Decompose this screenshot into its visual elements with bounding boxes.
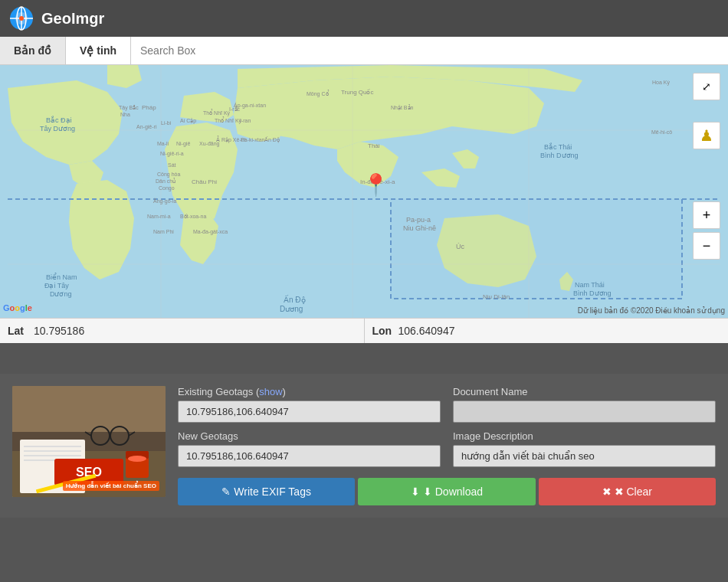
- show-link[interactable]: show: [259, 386, 282, 397]
- svg-text:Google: Google: [3, 303, 32, 312]
- lat-group: Lat: [0, 319, 365, 343]
- download-label: ⬇ Download: [423, 486, 483, 498]
- svg-text:Thổ Nhĩ Kỳ: Thổ Nhĩ Kỳ: [203, 109, 231, 116]
- svg-text:Bắc Thái: Bắc Thái: [544, 142, 572, 151]
- svg-text:Công hòa: Công hòa: [157, 172, 180, 178]
- svg-text:Pháp: Pháp: [142, 104, 156, 111]
- svg-text:I-ran: I-ran: [240, 118, 251, 123]
- svg-text:Ma-đa-gát-xca: Ma-đa-gát-xca: [193, 229, 228, 235]
- svg-text:Bắc Đại: Bắc Đại: [46, 116, 72, 124]
- new-geotags-group: New Geotags: [178, 430, 441, 467]
- clear-label: ✖ Clear: [615, 486, 652, 498]
- image-desc-input[interactable]: [453, 445, 716, 467]
- svg-text:Trung Quốc: Trung Quốc: [341, 89, 374, 96]
- svg-text:Dương: Dương: [50, 290, 72, 298]
- zoom-in-button[interactable]: +: [693, 201, 720, 229]
- svg-text:Ấn Độ: Ấn Độ: [284, 295, 306, 304]
- map-copyright: Dữ liệu bản đồ ©2020 Điều khoản sử dụng: [578, 306, 725, 315]
- zoom-in-icon: +: [703, 208, 711, 224]
- svg-text:Nhật Bản: Nhật Bản: [391, 104, 414, 111]
- svg-text:Tây Bắc: Tây Bắc: [119, 105, 139, 111]
- svg-point-80: [128, 456, 146, 462]
- download-icon: ⬇: [411, 486, 420, 498]
- svg-text:Tây Dương: Tây Dương: [40, 125, 75, 132]
- svg-text:Nam Thái: Nam Thái: [575, 281, 605, 289]
- lat-lon-bar: Lat Lon: [0, 318, 728, 343]
- map-area[interactable]: Bắc Đại Tây Dương Bắc Thái Bình Dương Bi…: [0, 65, 728, 318]
- svg-text:Congo: Congo: [159, 185, 175, 191]
- svg-text:Dương: Dương: [280, 305, 303, 313]
- svg-point-5: [19, 16, 24, 21]
- google-attribution: Google: [3, 301, 41, 315]
- svg-text:Pa-pu-a: Pa-pu-a: [406, 216, 431, 224]
- tab-satellite[interactable]: Vệ tinh: [66, 37, 131, 64]
- svg-text:Ma-li: Ma-li: [157, 141, 169, 146]
- svg-text:Ni-giê-ri-a: Ni-giê-ri-a: [160, 151, 184, 157]
- svg-text:Đại Tây: Đại Tây: [44, 282, 69, 289]
- doc-name-group: Document Name: [453, 386, 716, 423]
- svg-text:Mê-hi-cô: Mê-hi-cô: [651, 129, 672, 135]
- form-row-1: Existing Geotags (show) Document Name: [178, 386, 716, 423]
- svg-text:Bình Dương: Bình Dương: [573, 289, 612, 297]
- svg-text:Hoa Kỳ: Hoa Kỳ: [652, 80, 670, 86]
- svg-text:Áp-ga-ni-xtan: Áp-ga-ni-xtan: [234, 102, 266, 109]
- svg-rect-70: [24, 450, 81, 452]
- pegman-button[interactable]: ♟: [693, 122, 720, 149]
- svg-text:Biển Nam: Biển Nam: [46, 273, 77, 281]
- svg-rect-8: [391, 199, 682, 299]
- svg-text:Ni-giê: Ni-giê: [176, 141, 190, 147]
- app-title: GeoImgr: [41, 10, 104, 28]
- svg-text:Sát: Sát: [168, 162, 176, 168]
- image-desc-label: Image Description: [453, 430, 716, 442]
- svg-text:Bình Dương: Bình Dương: [540, 152, 579, 159]
- doc-name-input[interactable]: [453, 401, 716, 423]
- svg-rect-71: [24, 455, 81, 456]
- svg-text:Thổ Nhĩ Kỳ: Thổ Nhĩ Kỳ: [215, 116, 242, 124]
- lat-label: Lat: [8, 325, 29, 337]
- image-overlay-text: Hướng dẫn viết bài chuẩn SEO: [63, 481, 159, 491]
- existing-geotags-group: Existing Geotags (show): [178, 386, 441, 423]
- svg-text:Nha: Nha: [120, 112, 130, 117]
- download-button[interactable]: ⬇ ⬇ Download: [358, 478, 535, 505]
- map-overlay-controls: ⤢ ♟ + −: [693, 73, 720, 260]
- doc-name-label: Document Name: [453, 386, 716, 397]
- zoom-out-icon: −: [703, 238, 711, 254]
- lon-input[interactable]: [398, 325, 721, 337]
- svg-text:Thái: Thái: [368, 142, 380, 149]
- write-exif-button[interactable]: ✎ Write EXIF Tags: [178, 478, 355, 505]
- svg-text:Nam-mi-a: Nam-mi-a: [147, 214, 171, 219]
- action-buttons: ✎ Write EXIF Tags ⬇ ⬇ Download ✖ ✖ Clear: [178, 478, 716, 505]
- svg-text:Ăng-gô-la: Ăng-gô-la: [153, 198, 176, 204]
- svg-rect-69: [24, 446, 81, 447]
- svg-text:Ấn Độ: Ấn Độ: [264, 136, 280, 143]
- svg-text:Mông Cổ: Mông Cổ: [307, 90, 330, 97]
- image-desc-group: Image Description: [453, 430, 716, 467]
- fullscreen-icon: ⤢: [702, 80, 711, 93]
- lat-input[interactable]: [34, 325, 356, 337]
- zoom-out-button[interactable]: −: [693, 232, 720, 260]
- svg-text:Pa-ki-xtan: Pa-ki-xtan: [241, 137, 265, 142]
- tab-map[interactable]: Bản đồ: [0, 37, 66, 64]
- svg-text:An-giê-ri: An-giê-ri: [136, 124, 157, 130]
- fullscreen-button[interactable]: ⤢: [693, 73, 720, 100]
- map-controls: Bản đồ Vệ tinh: [0, 37, 728, 65]
- app-logo: [9, 6, 34, 31]
- svg-text:Ai Cập: Ai Cập: [180, 118, 196, 124]
- lon-label: Lon: [372, 325, 394, 337]
- bottom-panel: SEO Hướng dẫn viết bài chuẩn SEO Existin…: [0, 374, 728, 518]
- svg-text:Niu Di-lân: Niu Di-lân: [483, 293, 510, 300]
- clear-button[interactable]: ✖ ✖ Clear: [539, 478, 716, 505]
- new-geotags-input[interactable]: [178, 445, 441, 467]
- lon-group: Lon: [365, 319, 729, 343]
- app-header: GeoImgr: [0, 0, 728, 37]
- existing-geotags-input[interactable]: [178, 401, 441, 423]
- image-preview: SEO Hướng dẫn viết bài chuẩn SEO: [12, 386, 166, 497]
- svg-text:Nam Phi: Nam Phi: [153, 229, 174, 234]
- pegman-icon: ♟: [700, 126, 713, 145]
- mid-gap: [0, 343, 728, 374]
- clear-icon: ✖: [602, 486, 612, 498]
- search-input[interactable]: [131, 38, 728, 63]
- svg-text:Bốt-xoa-na: Bốt-xoa-na: [180, 214, 206, 219]
- svg-text:Úc: Úc: [456, 243, 464, 250]
- form-section: Existing Geotags (show) Document Name Ne…: [178, 386, 716, 505]
